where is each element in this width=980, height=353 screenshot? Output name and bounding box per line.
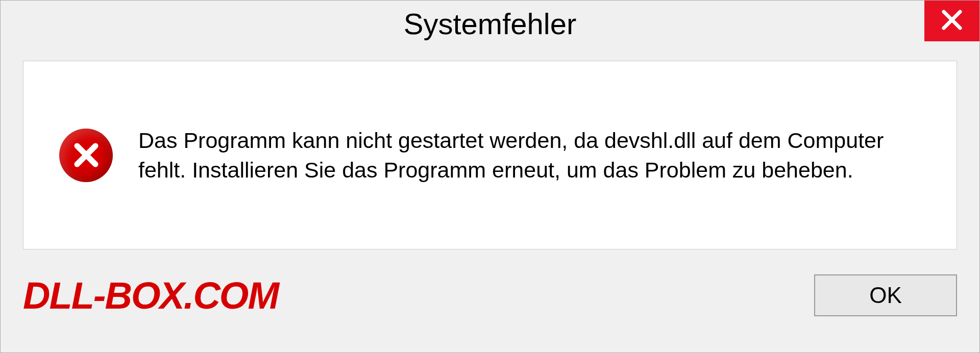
dialog-footer: DLL-BOX.COM OK bbox=[1, 249, 979, 341]
error-message: Das Programm kann nicht gestartet werden… bbox=[138, 125, 921, 185]
titlebar: Systemfehler bbox=[1, 1, 979, 46]
error-dialog: Systemfehler Das Programm kann nicht ges… bbox=[0, 0, 980, 353]
content-area: Das Programm kann nicht gestartet werden… bbox=[23, 61, 957, 249]
close-icon bbox=[941, 9, 963, 33]
error-icon bbox=[59, 129, 113, 182]
ok-button[interactable]: OK bbox=[814, 274, 957, 316]
dialog-title: Systemfehler bbox=[404, 7, 576, 41]
close-button[interactable] bbox=[924, 1, 979, 41]
watermark-text: DLL-BOX.COM bbox=[23, 274, 278, 317]
